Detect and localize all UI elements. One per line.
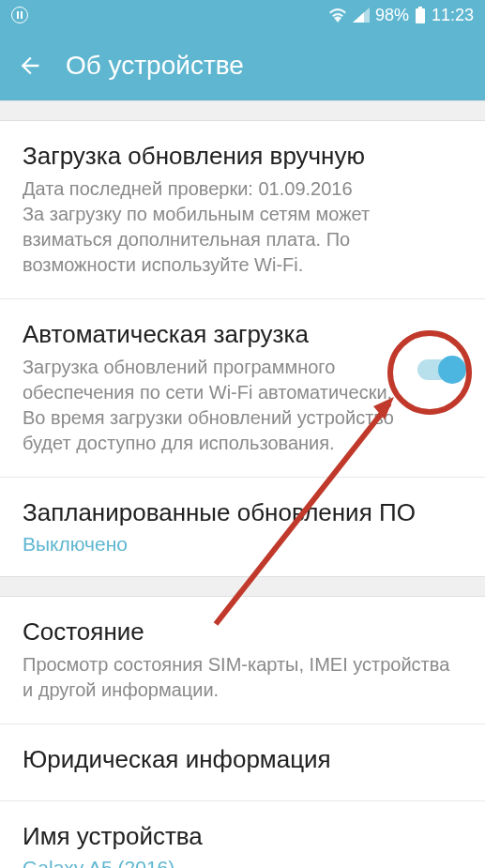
toggle-knob bbox=[438, 356, 466, 384]
content: Загрузка обновления вручную Дата последн… bbox=[0, 121, 485, 576]
scheduled-updates-value: Выключено bbox=[23, 533, 462, 556]
status-right: 98% 11:23 bbox=[328, 6, 474, 25]
status-left bbox=[11, 7, 28, 23]
legal-info-item[interactable]: Юридическая информация bbox=[0, 724, 485, 801]
svg-rect-1 bbox=[416, 8, 425, 23]
scheduled-updates-title: Запланированные обновления ПО bbox=[23, 498, 462, 527]
svg-rect-0 bbox=[418, 7, 422, 8]
device-name-value: Galaxy A5 (2016) bbox=[23, 857, 462, 868]
status-bar: 98% 11:23 bbox=[0, 0, 485, 30]
battery-icon bbox=[415, 7, 426, 23]
device-name-title: Имя устройства bbox=[23, 822, 462, 851]
device-name-item[interactable]: Имя устройства Galaxy A5 (2016) bbox=[0, 801, 485, 868]
manual-download-item[interactable]: Загрузка обновления вручную Дата последн… bbox=[0, 121, 485, 299]
status-desc: Просмотр состояния SIM-карты, IMEI устро… bbox=[23, 652, 462, 703]
signal-icon bbox=[353, 8, 370, 23]
auto-download-item[interactable]: Автоматическая загрузка Загрузка обновле… bbox=[0, 299, 485, 478]
back-icon[interactable] bbox=[17, 53, 43, 79]
legal-info-title: Юридическая информация bbox=[23, 745, 462, 774]
manual-download-desc: Дата последней проверки: 01.09.2016 За з… bbox=[23, 176, 462, 278]
battery-percent: 98% bbox=[375, 6, 409, 25]
page-title: Об устройстве bbox=[66, 51, 244, 81]
manual-download-title: Загрузка обновления вручную bbox=[23, 142, 462, 171]
auto-download-desc: Загрузка обновлений программного обеспеч… bbox=[23, 355, 402, 456]
content-2: Состояние Просмотр состояния SIM-карты, … bbox=[0, 597, 485, 868]
status-title: Состояние bbox=[23, 617, 462, 647]
clock: 11:23 bbox=[432, 6, 474, 25]
wifi-icon bbox=[328, 8, 347, 23]
section-gap bbox=[0, 576, 485, 597]
pause-icon bbox=[11, 7, 28, 23]
auto-download-toggle[interactable] bbox=[417, 359, 462, 380]
section-gap bbox=[0, 100, 485, 121]
app-bar: Об устройстве bbox=[0, 30, 485, 100]
auto-download-title: Автоматическая загрузка bbox=[23, 320, 402, 349]
status-item[interactable]: Состояние Просмотр состояния SIM-карты, … bbox=[0, 597, 485, 724]
scheduled-updates-item[interactable]: Запланированные обновления ПО Выключено bbox=[0, 478, 485, 576]
